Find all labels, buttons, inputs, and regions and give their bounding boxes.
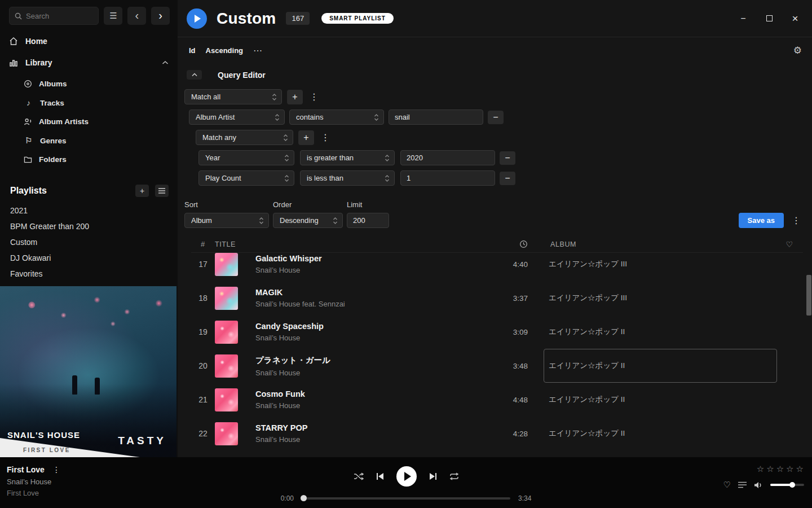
- remove-rule-icon[interactable]: −: [488, 111, 504, 124]
- row-artist[interactable]: Snail’s House: [255, 401, 483, 410]
- shuffle-icon[interactable]: [354, 472, 364, 480]
- column-index[interactable]: #: [191, 240, 215, 248]
- rule-operator-select[interactable]: is greater than: [300, 150, 395, 165]
- table-row[interactable]: 22 STARRY POP Snail’s House 4:28 エイリアン☆ポ…: [191, 417, 803, 450]
- remove-rule-icon[interactable]: −: [500, 151, 515, 165]
- sidebar-item-home[interactable]: Home: [0, 30, 178, 52]
- repeat-icon[interactable]: [449, 472, 459, 480]
- kebab-icon[interactable]: ⋮: [319, 132, 332, 143]
- row-album[interactable]: エイリアン☆ポップ III: [528, 281, 776, 315]
- kebab-icon[interactable]: ⋮: [307, 91, 321, 102]
- table-row[interactable]: 17 Galactic Whisper Snail’s House 4:40 エ…: [191, 253, 803, 281]
- sidebar-item-library[interactable]: Library: [0, 52, 178, 73]
- menu-icon[interactable]: ☰: [104, 7, 122, 25]
- playlist-item[interactable]: 2021: [0, 203, 178, 218]
- add-playlist-icon[interactable]: +: [135, 185, 149, 197]
- rule-value-input[interactable]: [389, 110, 483, 125]
- sort-select[interactable]: Album: [184, 213, 269, 228]
- sidebar-item-tracks[interactable]: ♪ Tracks: [0, 93, 178, 112]
- add-rule-icon[interactable]: +: [287, 90, 303, 104]
- row-album-focused[interactable]: エイリアン☆ポップ II: [528, 349, 776, 383]
- now-playing-album-art[interactable]: SNAIL'S HOUSE FIRST LOVE TASTY: [0, 286, 176, 457]
- row-artist[interactable]: Snail’s House: [255, 266, 483, 274]
- column-album[interactable]: ALBUM: [528, 240, 776, 248]
- volume-icon[interactable]: [754, 481, 763, 489]
- match-any-select[interactable]: Match any: [196, 130, 293, 145]
- table-row[interactable]: 20 プラネット・ガール Snail’s House 3:48 エイリアン☆ポッ…: [191, 349, 803, 383]
- row-artist[interactable]: Snail’s House feat. Sennzai: [255, 300, 483, 308]
- next-track-icon[interactable]: [429, 472, 437, 480]
- seek-slider[interactable]: [302, 497, 510, 500]
- forward-icon[interactable]: ›: [151, 7, 170, 25]
- previous-track-icon[interactable]: [376, 472, 384, 480]
- now-playing-info: First Love ⋮ Snail’s House First Love: [7, 465, 63, 497]
- order-select[interactable]: Descending: [273, 213, 343, 228]
- play-button[interactable]: [396, 466, 417, 487]
- rule-field-select[interactable]: Play Count: [198, 170, 294, 186]
- star-icon[interactable]: ☆: [756, 464, 765, 474]
- playlist-item[interactable]: Favorites: [0, 266, 178, 282]
- queue-icon[interactable]: [738, 481, 747, 488]
- chevron-up-icon[interactable]: [162, 60, 169, 65]
- seek-handle[interactable]: [301, 495, 307, 501]
- search-input[interactable]: [26, 12, 88, 20]
- collapse-query-editor-icon[interactable]: [187, 70, 202, 80]
- table-row[interactable]: 21 Cosmo Funk Snail’s House 4:48 エイリアン☆ポ…: [191, 383, 803, 417]
- playlist-play-button[interactable]: [187, 8, 207, 29]
- add-rule-icon[interactable]: +: [298, 130, 314, 145]
- table-row[interactable]: 19 Candy Spaceship Snail’s House 3:09 エイ…: [191, 315, 803, 349]
- row-album[interactable]: エイリアン☆ポップ III: [528, 253, 776, 281]
- limit-input[interactable]: [347, 213, 389, 228]
- kebab-icon[interactable]: ⋮: [789, 215, 803, 226]
- save-as-button[interactable]: Save as: [739, 213, 784, 228]
- close-icon[interactable]: ×: [786, 10, 804, 27]
- volume-handle[interactable]: [789, 482, 795, 488]
- row-album[interactable]: エイリアン☆ポップ II: [528, 315, 776, 349]
- minimize-icon[interactable]: −: [734, 10, 752, 27]
- clock-icon[interactable]: [519, 240, 528, 248]
- rule-field-select[interactable]: Year: [198, 150, 294, 165]
- sidebar-item-albums[interactable]: Albums: [0, 75, 178, 93]
- match-all-select[interactable]: Match all: [184, 89, 282, 104]
- rule-value-input[interactable]: [400, 170, 495, 186]
- row-album[interactable]: エイリアン☆ポップ II: [528, 383, 776, 417]
- rule-value-input[interactable]: [400, 150, 495, 165]
- star-icon[interactable]: ☆: [766, 464, 774, 474]
- more-options-icon[interactable]: ⋯: [253, 45, 263, 56]
- now-playing-album[interactable]: First Love: [7, 489, 63, 497]
- rule-operator-select[interactable]: is less than: [300, 170, 395, 186]
- row-index: 18: [191, 294, 215, 303]
- sidebar-item-folders[interactable]: Folders: [0, 150, 178, 169]
- row-artist[interactable]: Snail’s House: [255, 435, 483, 444]
- row-artist[interactable]: Snail’s House: [255, 334, 483, 342]
- volume-slider[interactable]: [770, 484, 804, 486]
- row-album[interactable]: エイリアン☆ポップ II: [528, 417, 776, 450]
- playlist-item[interactable]: DJ Okawari: [0, 250, 178, 266]
- playlist-item[interactable]: Custom: [0, 234, 178, 250]
- gear-icon[interactable]: ⚙: [793, 45, 802, 56]
- now-playing-title[interactable]: First Love: [7, 465, 45, 474]
- maximize-icon[interactable]: [760, 10, 778, 27]
- back-icon[interactable]: ‹: [127, 7, 146, 25]
- scrollbar[interactable]: [806, 275, 811, 316]
- star-icon[interactable]: ☆: [785, 464, 794, 474]
- rule-field-select[interactable]: Album Artist: [189, 110, 285, 125]
- now-playing-artist[interactable]: Snail’s House: [7, 478, 63, 486]
- sidebar-item-genres[interactable]: ⚐ Genres: [0, 131, 178, 150]
- playlist-list-icon[interactable]: [155, 185, 169, 197]
- sort-order-button[interactable]: Ascending: [206, 46, 243, 55]
- remove-rule-icon[interactable]: −: [500, 172, 515, 185]
- star-icon[interactable]: ☆: [776, 464, 784, 474]
- rule-operator-select[interactable]: contains: [289, 110, 384, 125]
- heart-icon[interactable]: ♡: [785, 240, 793, 249]
- search-box[interactable]: [9, 7, 99, 25]
- sort-field-button[interactable]: Id: [189, 46, 196, 55]
- column-title[interactable]: TITLE: [215, 240, 483, 248]
- playlist-item[interactable]: BPM Greater than 200: [0, 218, 178, 234]
- favorite-heart-icon[interactable]: ♡: [723, 480, 731, 490]
- table-row[interactable]: 18 MAGIK Snail’s House feat. Sennzai 3:3…: [191, 281, 803, 315]
- row-artist[interactable]: Snail’s House: [255, 369, 483, 377]
- sidebar-item-album-artists[interactable]: Album Artists: [0, 112, 178, 131]
- kebab-icon[interactable]: ⋮: [50, 465, 63, 474]
- star-icon[interactable]: ☆: [796, 464, 804, 474]
